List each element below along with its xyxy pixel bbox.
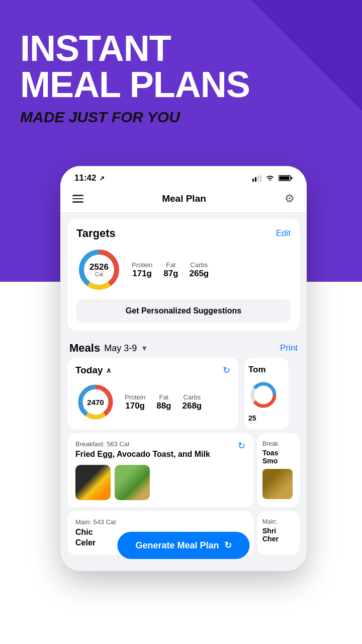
edit-targets-button[interactable]: Edit: [276, 228, 291, 238]
date-picker-chevron[interactable]: ▼: [141, 344, 148, 352]
nav-title: Meal Plan: [162, 193, 206, 204]
today-calorie-center: 2470: [87, 398, 104, 406]
calorie-donut-chart: 2526 Cal: [76, 247, 122, 292]
fat-stat: Fat 87g: [163, 261, 178, 279]
protein-label: Protein: [132, 261, 152, 269]
svg-rect-1: [255, 177, 256, 182]
fat-value: 87g: [163, 269, 178, 278]
svg-rect-2: [257, 176, 259, 182]
today-donut: 2470: [75, 382, 116, 422]
today-chevron[interactable]: ∧: [106, 366, 111, 374]
tomorrow-calories-partial: 25: [248, 414, 285, 422]
tomorrow-donut-partial: [248, 380, 285, 412]
tomorrow-partial-card: Tom 25: [244, 358, 289, 429]
today-macro-stats: Protein 170g Fat 88g Carbs 268g: [125, 393, 202, 411]
meals-title-row: Meals May 3-9 ▼: [69, 342, 148, 355]
meals-header: Meals May 3-9 ▼ Print: [60, 337, 307, 358]
days-scroll-container: Today ∧ ↻ 2470: [60, 358, 307, 429]
breakfast-name: Fried Egg, Avocado Toast, and Milk: [75, 449, 233, 460]
today-calories: 2470: [87, 398, 104, 406]
tomorrow-breakfast-partial: Break Toas Smo: [257, 433, 300, 507]
targets-title: Targets: [76, 227, 116, 240]
egg-image: [75, 465, 111, 500]
today-title: Today ∧: [75, 365, 111, 376]
generate-button-container: Generate Meal Plan ↻: [60, 557, 307, 571]
breakfast-meta: Breakfast: 563 Cal: [75, 440, 233, 448]
status-time: 11:42 ↗: [74, 173, 105, 183]
today-refresh-icon[interactable]: ↻: [223, 365, 230, 376]
targets-section: Targets Edit 2526 Cal: [67, 219, 300, 331]
tomorrow-breakfast-name: Toas Smo: [262, 449, 295, 465]
protein-value: 171g: [132, 269, 152, 278]
carbs-value: 265g: [190, 269, 209, 278]
meals-heading: Meals: [69, 342, 100, 355]
protein-stat: Protein 171g: [132, 261, 152, 279]
tomorrow-main-name: Shri Cher: [262, 527, 295, 543]
print-button[interactable]: Print: [280, 343, 298, 353]
wifi-icon: [265, 175, 275, 182]
tomorrow-bread-image: [262, 469, 293, 499]
today-fat: Fat 88g: [156, 393, 171, 411]
tomorrow-label: Tom: [248, 365, 285, 375]
today-card-header: Today ∧ ↻: [75, 365, 230, 376]
calorie-number: 2526: [89, 263, 109, 271]
breakfast-refresh-icon[interactable]: ↻: [233, 440, 245, 451]
tomorrow-breakfast-meta: Break: [262, 440, 295, 447]
generate-refresh-icon: ↻: [224, 540, 232, 551]
status-bar: 11:42 ↗: [60, 166, 307, 187]
svg-rect-6: [291, 177, 293, 179]
nav-bar: Meal Plan ⚙: [60, 187, 307, 213]
breakfast-card: Breakfast: 563 Cal Fried Egg, Avocado To…: [67, 433, 253, 507]
clock-display: 11:42: [74, 173, 96, 183]
settings-icon[interactable]: ⚙: [285, 192, 295, 205]
battery-icon: [279, 175, 293, 182]
targets-donut-row: 2526 Cal Protein 171g Fat 87g Carbs 265g: [76, 247, 291, 292]
calorie-center-text: 2526 Cal: [89, 263, 109, 277]
main-meal-meta: Main: 543 Cal: [75, 518, 245, 526]
tomorrow-main-meta: Main:: [262, 518, 295, 525]
tomorrow-main-partial: Main: Shri Cher: [257, 511, 300, 555]
phone-mockup: 11:42 ↗: [60, 166, 307, 571]
carbs-label: Carbs: [190, 261, 209, 269]
menu-icon[interactable]: [72, 195, 83, 203]
hero-triangle-decoration: [251, 0, 362, 111]
svg-rect-3: [260, 175, 261, 182]
today-card: Today ∧ ↻ 2470: [67, 358, 238, 429]
today-macros: 2470 Protein 170g Fat 88g Carbs 268g: [75, 382, 230, 422]
signal-icon: [252, 175, 261, 182]
today-carbs: Carbs 268g: [183, 393, 202, 411]
svg-rect-5: [280, 177, 290, 180]
today-protein: Protein 170g: [125, 393, 145, 411]
targets-header: Targets Edit: [76, 227, 291, 240]
breakfast-info: Breakfast: 563 Cal Fried Egg, Avocado To…: [75, 440, 233, 500]
fat-label: Fat: [163, 261, 178, 269]
generate-meal-plan-button[interactable]: Generate Meal Plan ↻: [117, 532, 249, 559]
calorie-label: Cal: [89, 271, 109, 277]
macro-stats: Protein 171g Fat 87g Carbs 265g: [132, 261, 209, 279]
hero-subtitle: MADE JUST FOR YOU: [20, 109, 250, 126]
hero-text-block: INSTANT MEAL PLANS MADE JUST FOR YOU: [20, 30, 250, 126]
svg-rect-0: [252, 179, 254, 182]
carbs-stat: Carbs 265g: [190, 261, 209, 279]
generate-button-label: Generate Meal Plan: [135, 540, 219, 551]
status-icons: [252, 175, 293, 182]
toast-image: [115, 465, 150, 500]
hero-title: INSTANT MEAL PLANS: [20, 30, 250, 103]
breakfast-images: [75, 465, 233, 500]
navigation-icon: ↗: [99, 175, 105, 182]
get-suggestions-button[interactable]: Get Personalized Suggestions: [76, 299, 291, 323]
meals-date-range: May 3-9: [104, 343, 137, 354]
